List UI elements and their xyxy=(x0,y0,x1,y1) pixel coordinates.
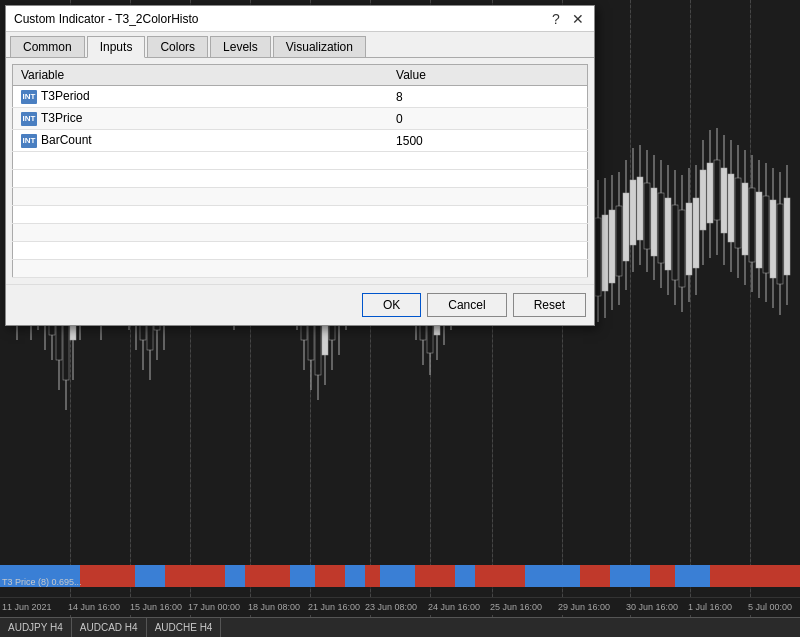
help-button[interactable]: ? xyxy=(548,11,564,27)
reset-button[interactable]: Reset xyxy=(513,293,586,317)
value-cell[interactable]: 0 xyxy=(388,108,587,130)
table-row-empty xyxy=(13,206,588,224)
table-row[interactable]: INTT3Period 8 xyxy=(13,86,588,108)
tab-inputs[interactable]: Inputs xyxy=(87,36,146,58)
variable-cell: INTT3Period xyxy=(13,86,389,108)
tab-colors[interactable]: Colors xyxy=(147,36,208,57)
col-variable: Variable xyxy=(13,65,389,86)
value-cell[interactable]: 8 xyxy=(388,86,587,108)
var-type-icon: INT xyxy=(21,134,37,148)
dialog-tab-bar: Common Inputs Colors Levels Visualizatio… xyxy=(6,32,594,58)
cancel-button[interactable]: Cancel xyxy=(427,293,506,317)
dialog-titlebar: Custom Indicator - T3_2ColorHisto ? ✕ xyxy=(6,6,594,32)
value-cell[interactable]: 1500 xyxy=(388,130,587,152)
dialog-content: Variable Value INTT3Period 8 INTT3Price xyxy=(6,58,594,284)
table-row[interactable]: INTBarCount 1500 xyxy=(13,130,588,152)
table-row-empty xyxy=(13,152,588,170)
var-type-icon: INT xyxy=(21,90,37,104)
inputs-table: Variable Value INTT3Period 8 INTT3Price xyxy=(12,64,588,278)
table-row-empty xyxy=(13,188,588,206)
ok-button[interactable]: OK xyxy=(362,293,421,317)
tab-visualization[interactable]: Visualization xyxy=(273,36,366,57)
table-row[interactable]: INTT3Price 0 xyxy=(13,108,588,130)
col-value: Value xyxy=(388,65,587,86)
dialog-overlay: Custom Indicator - T3_2ColorHisto ? ✕ Co… xyxy=(0,0,800,637)
table-row-empty xyxy=(13,260,588,278)
tab-levels[interactable]: Levels xyxy=(210,36,271,57)
table-row-empty xyxy=(13,170,588,188)
table-row-empty xyxy=(13,224,588,242)
var-type-icon: INT xyxy=(21,112,37,126)
dialog-controls: ? ✕ xyxy=(548,11,586,27)
variable-cell: INTBarCount xyxy=(13,130,389,152)
table-row-empty xyxy=(13,242,588,260)
custom-indicator-dialog: Custom Indicator - T3_2ColorHisto ? ✕ Co… xyxy=(5,5,595,326)
dialog-footer: OK Cancel Reset xyxy=(6,284,594,325)
tab-common[interactable]: Common xyxy=(10,36,85,57)
close-button[interactable]: ✕ xyxy=(570,11,586,27)
variable-cell: INTT3Price xyxy=(13,108,389,130)
dialog-title: Custom Indicator - T3_2ColorHisto xyxy=(14,12,199,26)
